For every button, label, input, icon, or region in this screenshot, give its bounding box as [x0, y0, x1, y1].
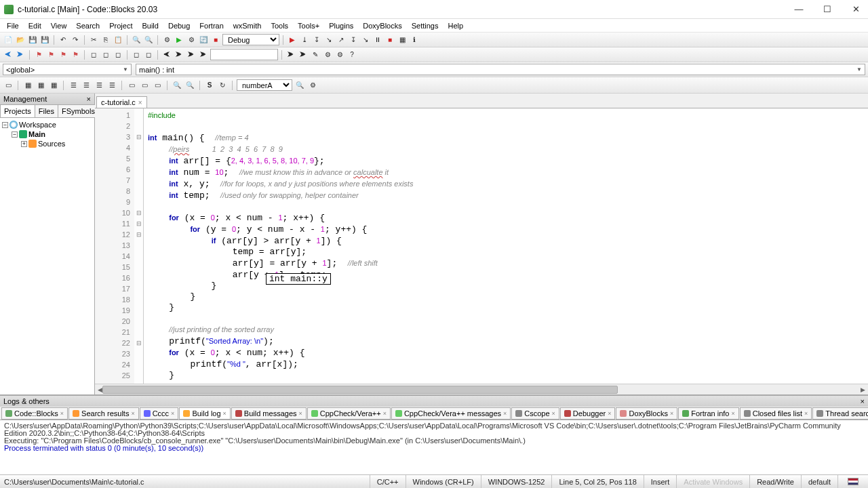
scroll-left-icon[interactable]: ◀: [98, 386, 102, 393]
menu-debug[interactable]: Debug: [164, 20, 194, 31]
hl-c-icon[interactable]: ✎: [310, 49, 321, 60]
code-viewport[interactable]: 1234567891011121314151617181920212223242…: [95, 108, 868, 384]
select-icon[interactable]: ▭: [3, 80, 14, 91]
open-file-icon[interactable]: 📂: [15, 35, 26, 45]
tab-fsymbols[interactable]: FSymbols: [58, 104, 99, 117]
redo-icon[interactable]: ↷: [70, 35, 81, 45]
scroll-right-icon[interactable]: ▶: [861, 386, 865, 393]
goto-last-icon[interactable]: ⮞: [186, 49, 197, 60]
panel-close-icon[interactable]: ×: [87, 95, 91, 103]
tree-workspace[interactable]: − Workspace: [2, 120, 92, 129]
menu-toolsplus[interactable]: Tools+: [294, 20, 323, 31]
doxy-b-icon[interactable]: ◻: [100, 49, 111, 60]
doxy-e-icon[interactable]: ◻: [143, 49, 154, 60]
editor-tab-active[interactable]: c-tutorial.c ×: [96, 96, 147, 108]
step-into-icon[interactable]: ↘: [323, 35, 334, 45]
menu-plugins[interactable]: Plugins: [325, 20, 357, 31]
bookmark-next-icon[interactable]: ⚑: [58, 49, 68, 60]
goto-prev-icon[interactable]: ⮜: [161, 49, 172, 60]
layout-b-icon[interactable]: ▦: [35, 80, 46, 91]
scrollbar-thumb[interactable]: [102, 386, 618, 394]
log-tab-search-results[interactable]: Search results×: [68, 407, 139, 420]
run-icon[interactable]: ▶: [174, 35, 184, 45]
abort-icon[interactable]: ■: [210, 35, 221, 45]
log-tab-closed-files-list[interactable]: Closed files list×: [740, 407, 812, 420]
menu-build[interactable]: Build: [138, 20, 162, 31]
log-tab-debugger[interactable]: Debugger×: [560, 407, 616, 420]
save-icon[interactable]: 💾: [27, 35, 38, 45]
menu-settings[interactable]: Settings: [408, 20, 443, 31]
next-instr-icon[interactable]: ↧: [348, 35, 359, 45]
scope-left-select[interactable]: <global> ▼: [3, 64, 132, 75]
bookmark-prev-icon[interactable]: ⚑: [45, 49, 56, 60]
log-tab-fortran-info[interactable]: Fortran info×: [678, 407, 739, 420]
replace-icon[interactable]: 🔍: [143, 35, 154, 45]
brk-c-icon[interactable]: ▭: [152, 80, 163, 91]
log-tab-build-log[interactable]: Build log×: [179, 407, 230, 420]
search-opts-icon[interactable]: ⚙: [307, 80, 318, 91]
build-icon[interactable]: ⚙: [161, 35, 172, 45]
paste-icon[interactable]: 📋: [113, 35, 123, 45]
menu-tools[interactable]: Tools: [267, 20, 292, 31]
menu-fortran[interactable]: Fortran: [195, 20, 227, 31]
step-instr-icon[interactable]: ↘: [360, 35, 371, 45]
menu-project[interactable]: Project: [105, 20, 136, 31]
hl-e-icon[interactable]: ⚙: [334, 49, 345, 60]
layout-g-icon[interactable]: ☰: [106, 80, 117, 91]
layout-c-icon[interactable]: ▦: [48, 80, 59, 91]
bookmark-toggle-icon[interactable]: ⚑: [33, 49, 44, 60]
scope-right-select[interactable]: main() : int ▼: [136, 64, 865, 75]
log-tab-cppcheck-vera-messages[interactable]: CppCheck/Vera++ messages×: [391, 407, 511, 420]
menu-doxyblocks[interactable]: DoxyBlocks: [359, 20, 406, 31]
brk-a-icon[interactable]: ▭: [126, 80, 137, 91]
maximize-button[interactable]: ☐: [819, 4, 835, 14]
menu-help[interactable]: Help: [443, 20, 467, 31]
menu-edit[interactable]: Edit: [24, 20, 45, 31]
menu-wxsmith[interactable]: wxSmith: [229, 20, 266, 31]
rebuild-icon[interactable]: 🔄: [198, 35, 209, 45]
doxy-d-icon[interactable]: ◻: [131, 49, 142, 60]
collapse-icon[interactable]: −: [2, 122, 8, 128]
tab-projects[interactable]: Projects: [0, 104, 35, 117]
tree-project[interactable]: − Main: [2, 129, 92, 139]
hl-b-icon[interactable]: ⮞: [298, 49, 309, 60]
layout-e-icon[interactable]: ☰: [81, 80, 92, 91]
log-tab-code-blocks[interactable]: Code::Blocks×: [1, 407, 68, 420]
layout-a-icon[interactable]: ▦: [22, 80, 33, 91]
zoom-in-icon[interactable]: 🔍: [172, 80, 182, 91]
log-tab-cscope[interactable]: Cscope×: [511, 407, 559, 420]
logs-body[interactable]: C:\Users\user\AppData\Roaming\Python\Pyt…: [0, 420, 868, 474]
menu-file[interactable]: File: [3, 20, 23, 31]
nav-back-icon[interactable]: ⮜: [3, 49, 14, 60]
doxy-a-icon[interactable]: ◻: [88, 49, 99, 60]
hl-f-icon[interactable]: ?: [347, 49, 357, 60]
step-out-icon[interactable]: ↗: [336, 35, 347, 45]
find-icon[interactable]: 🔍: [131, 35, 142, 45]
stop-debug-icon[interactable]: ■: [384, 35, 395, 45]
goto-mark-icon[interactable]: ⮞: [198, 49, 209, 60]
build-run-icon[interactable]: ⚙: [186, 35, 197, 45]
layout-f-icon[interactable]: ☰: [94, 80, 104, 91]
symbol-search-select[interactable]: numberA: [237, 79, 292, 91]
log-tab-build-messages[interactable]: Build messages×: [231, 407, 307, 420]
new-file-icon[interactable]: 📄: [3, 35, 14, 45]
log-tab-cccc[interactable]: Cccc×: [140, 407, 179, 420]
logs-close-icon[interactable]: ×: [861, 397, 865, 405]
menu-search[interactable]: Search: [72, 20, 104, 31]
cut-icon[interactable]: ✂: [88, 35, 99, 45]
nav-fwd-icon[interactable]: ⮞: [15, 49, 26, 60]
copy-icon[interactable]: ⎘: [100, 35, 111, 45]
info-icon[interactable]: ℹ: [409, 35, 420, 45]
hl-a-icon[interactable]: ⮞: [285, 49, 296, 60]
close-button[interactable]: ✕: [848, 4, 864, 14]
search-go-icon[interactable]: 🔍: [294, 80, 305, 91]
build-target-select[interactable]: Debug: [222, 34, 279, 45]
debug-windows-icon[interactable]: ▦: [397, 35, 408, 45]
refresh-c-icon[interactable]: ↻: [217, 80, 228, 91]
break-icon[interactable]: ⏸: [372, 35, 383, 45]
tab-files[interactable]: Files: [35, 104, 58, 117]
log-tab-thread-search[interactable]: Thread search×: [812, 407, 868, 420]
log-tab-cppcheck-vera-[interactable]: CppCheck/Vera++×: [307, 407, 391, 420]
hl-d-icon[interactable]: ⚙: [322, 49, 333, 60]
zoom-out-icon[interactable]: 🔍: [184, 80, 195, 91]
